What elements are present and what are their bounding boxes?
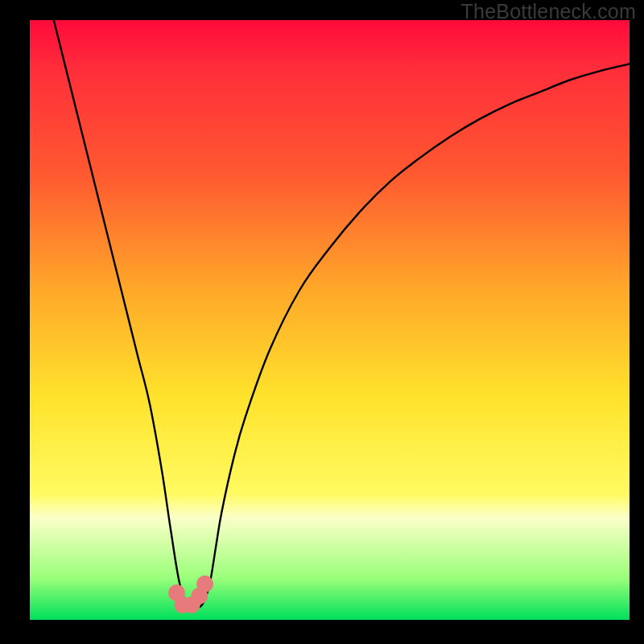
curve-marker: [196, 576, 213, 592]
curve-markers: [168, 576, 213, 613]
plot-area: [30, 20, 630, 620]
chart-frame: TheBottleneck.com: [0, 0, 644, 644]
bottleneck-curve: [54, 20, 630, 610]
curve-svg: [30, 20, 630, 620]
